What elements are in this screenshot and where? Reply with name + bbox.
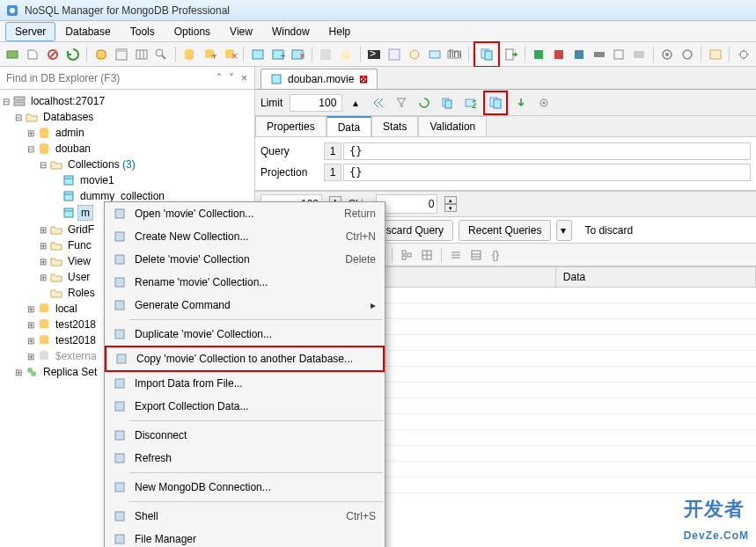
tree-coll-movie1[interactable]: movie1 (0, 172, 254, 188)
toolbar-btn-db3[interactable]: × (221, 45, 239, 64)
export-icon[interactable] (511, 93, 531, 113)
limit-value[interactable]: 100 (290, 94, 342, 112)
recent-button[interactable]: Recent Queries (459, 220, 551, 241)
tree-db-admin[interactable]: ⊞ admin (0, 125, 254, 141)
expand-icon[interactable]: ⊞ (25, 336, 37, 346)
expand-icon[interactable]: ⊞ (37, 225, 49, 235)
menu-item[interactable]: Generate Command▸ (105, 294, 385, 317)
menu-item[interactable]: Rename 'movie' Collection... (105, 271, 385, 294)
gear-icon[interactable] (534, 93, 554, 113)
collapse-icon[interactable]: ⊟ (25, 144, 37, 154)
menu-item[interactable]: Import Data from File... (105, 372, 385, 395)
menu-server[interactable]: Server (5, 22, 55, 41)
menu-item[interactable]: Delete 'movie' CollectionDelete (105, 248, 385, 271)
tab-properties[interactable]: Properties (255, 116, 327, 136)
search-input[interactable] (4, 69, 213, 87)
toolbar-btn-1[interactable] (4, 45, 22, 64)
toolbar-btn-gear1[interactable] (658, 45, 677, 64)
tree-db-douban[interactable]: ⊟ douban (0, 141, 254, 157)
expand-icon[interactable]: ⊞ (37, 273, 49, 282)
menu-window[interactable]: Window (262, 22, 319, 41)
tab-validation[interactable]: Validation (418, 116, 487, 136)
expand-icon[interactable]: ⊞ (37, 257, 49, 266)
query-input[interactable]: {} (343, 142, 751, 160)
menu-item[interactable]: Create New Collection...Ctrl+N (105, 225, 385, 248)
toolbar-btn-tbl2[interactable]: + (268, 45, 287, 64)
toolbar-btn-y4[interactable] (590, 45, 608, 64)
collapse-icon[interactable]: ⊟ (37, 160, 49, 170)
menu-item[interactable]: ShellCtrl+S (105, 505, 385, 528)
collapse-icon[interactable]: ⊟ (0, 97, 12, 106)
spin-up-icon[interactable]: ▴ (444, 196, 457, 204)
search-up-icon[interactable]: ˄ (213, 72, 225, 84)
toolbar-btn-y6[interactable] (630, 45, 649, 64)
toolbar-btn-settings[interactable] (734, 45, 752, 64)
toolbar-btn-tbl1[interactable] (248, 45, 267, 64)
search-down-icon[interactable]: ˅ (225, 72, 238, 84)
tree-server[interactable]: ⊟ localhost:27017 (0, 93, 254, 109)
toolbar-btn-db1[interactable] (180, 45, 199, 64)
toolbar-btn-copy-db[interactable] (477, 45, 496, 64)
toolbar-btn-x1[interactable] (385, 45, 403, 64)
expand-icon[interactable]: ⊞ (25, 320, 37, 330)
toolbar-btn-8[interactable] (152, 45, 171, 64)
collapse-icon[interactable]: ⊟ (12, 113, 25, 122)
close-icon[interactable]: ⊠ (359, 73, 368, 85)
tree-databases[interactable]: ⊟ Databases (0, 109, 254, 125)
toolbar-btn-y5[interactable] (610, 45, 628, 64)
menu-tools[interactable]: Tools (121, 22, 165, 41)
expand-icon[interactable]: ⊞ (25, 352, 37, 361)
expand-icon[interactable]: ⊞ (25, 128, 37, 138)
tab-stats[interactable]: Stats (371, 116, 418, 136)
expand-icon[interactable]: ⊞ (37, 241, 49, 251)
grid-header-data[interactable]: Data (555, 267, 755, 288)
toolbar-btn-y2[interactable] (549, 45, 568, 64)
toolbar-btn-5[interactable] (92, 45, 110, 64)
toolbar-btn-6[interactable] (112, 45, 130, 64)
toolbar-btn-misc1[interactable] (317, 45, 335, 64)
refresh-icon[interactable] (415, 93, 434, 113)
run-icon[interactable] (369, 93, 388, 113)
toolbar-btn-y1[interactable] (530, 45, 548, 64)
search-close-icon[interactable]: × (238, 72, 251, 84)
recent-dropdown[interactable]: ▾ (556, 220, 572, 241)
menu-item[interactable]: Open 'movie' Collection...Return (105, 202, 385, 225)
spin-up-icon[interactable]: ▴ (346, 93, 365, 113)
menu-view[interactable]: View (220, 22, 262, 41)
tab-data[interactable]: Data (327, 116, 371, 136)
toolbar-btn-db2[interactable]: + (201, 45, 219, 64)
menu-item[interactable]: Refresh (105, 447, 385, 470)
view-grid-icon[interactable] (467, 246, 485, 264)
view-tree-icon[interactable] (398, 246, 415, 264)
menu-item[interactable]: Copy 'movie' Collection to another Datab… (105, 346, 385, 372)
toolbar-btn-export[interactable] (502, 45, 520, 64)
menu-item[interactable]: File Manager (105, 528, 385, 547)
toolbar-btn-misc2[interactable] (337, 45, 356, 64)
view-text-icon[interactable] (447, 246, 465, 264)
count-icon[interactable]: 2 (460, 93, 480, 113)
spin-down-icon[interactable]: ▾ (444, 204, 457, 212)
view-table-icon[interactable] (418, 246, 436, 264)
expand-icon[interactable]: ⊞ (12, 368, 25, 377)
toolbar-btn-4[interactable] (64, 45, 83, 64)
toolbar-btn-gear2[interactable] (679, 45, 697, 64)
toolbar-btn-7[interactable] (132, 45, 150, 64)
menu-help[interactable]: Help (319, 22, 361, 41)
toolbar-btn-y3[interactable] (569, 45, 588, 64)
toolbar-btn-x3[interactable] (425, 45, 444, 64)
menu-item[interactable]: Duplicate 'movie' Collection... (105, 323, 385, 346)
copy-collection-icon[interactable] (486, 93, 505, 113)
toolbar-btn-z1[interactable] (706, 45, 724, 64)
toolbar-btn-tbl3[interactable]: × (289, 45, 307, 64)
tree-collections[interactable]: ⊟ Collections (3) (0, 157, 254, 172)
tab-collection[interactable]: douban.movie ⊠ (261, 69, 378, 89)
filter-icon[interactable] (392, 93, 411, 113)
menu-item[interactable]: Disconnect (105, 424, 385, 447)
menu-database[interactable]: Database (55, 22, 120, 41)
copy-icon[interactable] (437, 93, 457, 113)
toolbar-btn-3[interactable] (44, 45, 62, 64)
toolbar-btn-shell[interactable]: > (365, 45, 384, 64)
toolbar-btn-x2[interactable] (405, 45, 423, 64)
toolbar-btn-linq[interactable]: linq (445, 45, 464, 64)
menu-item[interactable]: Export Collection Data... (105, 395, 385, 418)
